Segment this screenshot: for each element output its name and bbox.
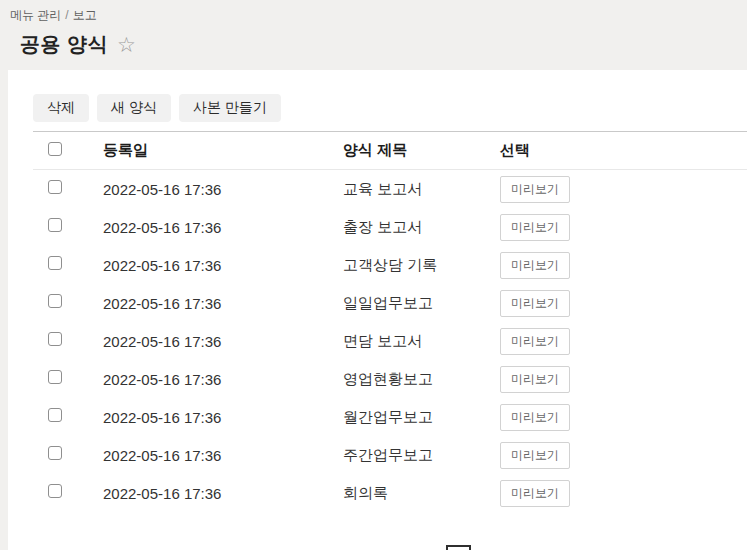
preview-button[interactable]: 미리보기 — [500, 328, 570, 355]
row-date: 2022-05-16 17:36 — [103, 295, 343, 312]
preview-button[interactable]: 미리보기 — [500, 442, 570, 469]
breadcrumb-separator: / — [65, 8, 68, 22]
table-row: 2022-05-16 17:36 회의록 미리보기 — [33, 474, 747, 512]
row-checkbox[interactable] — [48, 484, 62, 498]
forms-table: 등록일 양식 제목 선택 2022-05-16 17:36 교육 보고서 미리보… — [33, 131, 747, 512]
pagination-page-button[interactable] — [446, 545, 471, 550]
row-checkbox[interactable] — [48, 408, 62, 422]
row-checkbox[interactable] — [48, 370, 62, 384]
row-title: 주간업무보고 — [343, 446, 500, 465]
breadcrumb: 메뉴 관리/보고 — [10, 7, 747, 24]
top-band: 메뉴 관리/보고 공용 양식 ☆ — [0, 0, 747, 58]
preview-button[interactable]: 미리보기 — [500, 290, 570, 317]
row-title: 월간업무보고 — [343, 408, 500, 427]
make-copy-button[interactable]: 사본 만들기 — [179, 94, 281, 122]
table-row: 2022-05-16 17:36 주간업무보고 미리보기 — [33, 436, 747, 474]
preview-button[interactable]: 미리보기 — [500, 366, 570, 393]
row-title: 고객상담 기록 — [343, 256, 500, 275]
row-date: 2022-05-16 17:36 — [103, 219, 343, 236]
new-form-button[interactable]: 새 양식 — [97, 94, 171, 122]
preview-button[interactable]: 미리보기 — [500, 480, 570, 507]
table-row: 2022-05-16 17:36 월간업무보고 미리보기 — [33, 398, 747, 436]
table-row: 2022-05-16 17:36 영업현황보고 미리보기 — [33, 360, 747, 398]
row-date: 2022-05-16 17:36 — [103, 333, 343, 350]
row-title: 교육 보고서 — [343, 180, 500, 199]
page-title: 공용 양식 — [20, 31, 108, 58]
table-row: 2022-05-16 17:36 고객상담 기록 미리보기 — [33, 246, 747, 284]
row-checkbox[interactable] — [48, 294, 62, 308]
breadcrumb-item-menu-admin[interactable]: 메뉴 관리 — [10, 8, 61, 22]
column-header-title: 양식 제목 — [343, 141, 500, 160]
toolbar: 삭제 새 양식 사본 만들기 — [33, 94, 747, 122]
row-date: 2022-05-16 17:36 — [103, 257, 343, 274]
row-title: 면담 보고서 — [343, 332, 500, 351]
row-checkbox[interactable] — [48, 218, 62, 232]
row-title: 영업현황보고 — [343, 370, 500, 389]
row-date: 2022-05-16 17:36 — [103, 371, 343, 388]
row-checkbox[interactable] — [48, 332, 62, 346]
row-date: 2022-05-16 17:36 — [103, 409, 343, 426]
row-date: 2022-05-16 17:36 — [103, 447, 343, 464]
table-row: 2022-05-16 17:36 일일업무보고 미리보기 — [33, 284, 747, 322]
table-body: 2022-05-16 17:36 교육 보고서 미리보기 2022-05-16 … — [33, 170, 747, 512]
row-checkbox[interactable] — [48, 446, 62, 460]
table-row: 2022-05-16 17:36 교육 보고서 미리보기 — [33, 170, 747, 208]
column-header-date: 등록일 — [103, 141, 343, 160]
row-title: 일일업무보고 — [343, 294, 500, 313]
preview-button[interactable]: 미리보기 — [500, 252, 570, 279]
column-header-select: 선택 — [500, 141, 747, 160]
row-title: 출장 보고서 — [343, 218, 500, 237]
row-title: 회의록 — [343, 484, 500, 503]
row-date: 2022-05-16 17:36 — [103, 181, 343, 198]
breadcrumb-item-report[interactable]: 보고 — [73, 8, 97, 22]
preview-button[interactable]: 미리보기 — [500, 176, 570, 203]
favorite-star-icon[interactable]: ☆ — [117, 34, 136, 55]
table-row: 2022-05-16 17:36 면담 보고서 미리보기 — [33, 322, 747, 360]
preview-button[interactable]: 미리보기 — [500, 214, 570, 241]
table-header-row: 등록일 양식 제목 선택 — [33, 131, 747, 170]
preview-button[interactable]: 미리보기 — [500, 404, 570, 431]
delete-button[interactable]: 삭제 — [33, 94, 89, 122]
table-row: 2022-05-16 17:36 출장 보고서 미리보기 — [33, 208, 747, 246]
row-checkbox[interactable] — [48, 180, 62, 194]
row-date: 2022-05-16 17:36 — [103, 485, 343, 502]
select-all-checkbox[interactable] — [48, 142, 62, 156]
row-checkbox[interactable] — [48, 256, 62, 270]
content-card: 삭제 새 양식 사본 만들기 등록일 양식 제목 선택 2022-05-16 1… — [8, 70, 747, 550]
